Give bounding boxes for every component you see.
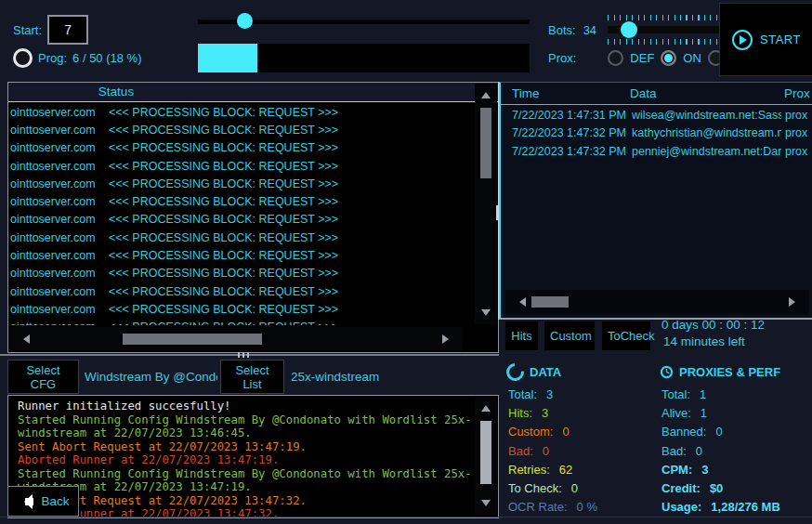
tab-hits[interactable]: Hits <box>504 321 539 351</box>
table-row[interactable]: ointtoserver.com<<< PROCESSING BLOCK: RE… <box>9 121 446 138</box>
scrollbar-thumb[interactable] <box>123 334 262 345</box>
time-column-header[interactable]: Time <box>512 86 540 100</box>
bot-status-cell: <<< PROCESSING BLOCK: REQUEST >>> <box>109 267 338 280</box>
bot-status-cell: <<< PROCESSING BLOCK: REQUEST >>> <box>109 231 338 244</box>
stat-value: 0 <box>543 444 549 458</box>
prox-column-header[interactable]: Prox <box>784 86 810 100</box>
elapsed-time: 0 days 00 : 00 : 12 <box>661 318 765 332</box>
bot-status-cell: <<< PROCESSING BLOCK: REQUEST >>> <box>109 106 338 119</box>
table-row[interactable]: ointtoserver.com<<< PROCESSING BLOCK: RE… <box>9 139 446 157</box>
bot-source-cell: ointtoserver.com <box>10 106 100 119</box>
log-vertical-scrollbar[interactable] <box>475 397 497 515</box>
tab-tocheck[interactable]: ToCheck <box>601 321 651 351</box>
scroll-up-icon[interactable] <box>481 87 491 98</box>
bot-source-cell: ointtoserver.com <box>10 321 100 325</box>
table-row[interactable]: 7/22/2023 1:47:32 PMpenniej@windstream.n… <box>501 143 812 161</box>
data-stats-title-row: DATA <box>506 363 660 380</box>
stat-value: $0 <box>710 481 723 495</box>
table-row[interactable]: 7/22/2023 1:47:32 PMkathychristian@winds… <box>501 124 812 142</box>
scroll-down-icon[interactable] <box>481 500 491 511</box>
status-vertical-scrollbar[interactable] <box>475 84 497 324</box>
bot-status-cell: <<< PROCESSING BLOCK: REQUEST >>> <box>109 213 338 226</box>
hits-table-header: Time Data Prox <box>501 83 812 105</box>
bot-source-cell: ointtoserver.com <box>10 124 100 137</box>
stat-value: 62 <box>559 463 572 477</box>
stat-label: Alive: <box>661 406 691 420</box>
scroll-right-icon[interactable] <box>789 297 800 307</box>
back-button[interactable]: Back <box>7 486 79 517</box>
table-row[interactable]: ointtoserver.com<<< PROCESSING BLOCK: RE… <box>9 175 446 192</box>
table-row[interactable]: ointtoserver.com<<< PROCESSING BLOCK: RE… <box>9 229 446 246</box>
bots-slider-ticks-bottom <box>608 39 728 45</box>
start-slider-thumb[interactable] <box>237 13 253 29</box>
tab-custom[interactable]: Custom <box>544 321 596 351</box>
hit-prox-cell: prox <box>785 126 812 139</box>
stat-value: 0 <box>562 425 569 439</box>
runner-window: Start: Prog: 6 / 50 (18 %) Bots: 34 Prox… <box>0 0 812 524</box>
bot-status-cell: <<< PROCESSING BLOCK: REQUEST >>> <box>109 195 338 208</box>
data-stats-rows: Total:3Hits:3Custom:0Bad:0Retries:62To C… <box>506 385 660 517</box>
bot-source-cell: ointtoserver.com <box>10 213 100 226</box>
bots-slider-thumb[interactable] <box>621 21 637 38</box>
data-stats-section: DATA Total:3Hits:3Custom:0Bad:0Retries:6… <box>506 363 660 517</box>
stat-row: OCR Rate:0 % <box>508 498 660 517</box>
start-button[interactable]: START <box>719 3 812 76</box>
bots-value: 34 <box>583 23 596 37</box>
status-horizontal-scrollbar[interactable] <box>9 327 463 351</box>
start-input[interactable] <box>47 15 88 45</box>
scrollbar-thumb[interactable] <box>480 108 491 178</box>
progress-radio[interactable] <box>13 48 33 68</box>
table-row[interactable]: ointtoserver.com<<< PROCESSING BLOCK: RE… <box>9 157 446 175</box>
hits-horizontal-scrollbar[interactable] <box>505 290 809 314</box>
table-row[interactable]: ointtoserver.com<<< PROCESSING BLOCK: RE… <box>9 246 446 264</box>
scroll-left-icon[interactable] <box>515 297 526 307</box>
vertical-splitter-grip-icon[interactable] <box>496 205 498 220</box>
log-line: windstream at 22/07/2023 13:47:19. <box>18 480 470 494</box>
select-list-button[interactable]: Select List <box>220 360 284 394</box>
start-slider[interactable] <box>198 13 530 30</box>
scroll-left-icon[interactable] <box>19 334 30 344</box>
table-row[interactable]: ointtoserver.com<<< PROCESSING BLOCK: RE… <box>9 211 446 229</box>
progress-bar <box>198 44 530 72</box>
stat-value: 0 <box>715 425 722 439</box>
proxy-stats-title-row: PROXIES & PERF <box>660 363 812 380</box>
table-row[interactable]: ointtoserver.com<<< PROCESSING BLOCK: RE… <box>9 192 446 210</box>
proxy-stats-section: PROXIES & PERF Total:1Alive:1Banned:0Bad… <box>660 363 812 517</box>
table-row[interactable]: ointtoserver.com<<< PROCESSING BLOCK: RE… <box>9 319 446 325</box>
stat-label: Total: <box>508 387 537 401</box>
scrollbar-thumb[interactable] <box>531 296 569 308</box>
table-row[interactable]: ointtoserver.com<<< PROCESSING BLOCK: RE… <box>9 265 446 282</box>
bots-slider[interactable] <box>608 15 728 45</box>
progress-group: Prog: 6 / 50 (18 %) <box>13 48 142 68</box>
table-row[interactable]: ointtoserver.com<<< PROCESSING BLOCK: RE… <box>9 300 446 318</box>
prox-radio-on[interactable] <box>661 50 676 66</box>
bot-status-cell: <<< PROCESSING BLOCK: REQUEST >>> <box>109 160 338 173</box>
scrollbar-thumb[interactable] <box>480 421 491 484</box>
scroll-down-icon[interactable] <box>481 309 491 321</box>
splitter-grip-icon[interactable] <box>238 352 251 358</box>
table-row[interactable]: ointtoserver.com<<< PROCESSING BLOCK: RE… <box>9 103 446 121</box>
stat-label: Hits: <box>508 406 532 420</box>
prox-radio-def[interactable] <box>608 50 623 66</box>
scroll-up-icon[interactable] <box>481 400 491 412</box>
stat-value: 3 <box>701 463 708 477</box>
runner-log[interactable]: Runner initialized succesfully!Started R… <box>7 395 499 518</box>
stat-row: Retries:62 <box>508 460 660 478</box>
status-column-header[interactable]: Status <box>8 85 224 98</box>
log-line: Started Running Config Windstream By @Co… <box>18 413 470 427</box>
bot-status-cell: <<< PROCESSING BLOCK: REQUEST >>> <box>109 285 338 298</box>
stat-row: Banned:0 <box>661 423 812 441</box>
refresh-ring-icon <box>503 360 528 385</box>
bot-source-cell: ointtoserver.com <box>10 160 100 173</box>
table-row[interactable]: ointtoserver.com<<< PROCESSING BLOCK: RE… <box>9 282 446 300</box>
scroll-right-icon[interactable] <box>442 334 453 344</box>
stat-value: 0 <box>696 444 702 458</box>
select-cfg-button[interactable]: Select CFG <box>7 360 79 394</box>
table-row[interactable]: 7/22/2023 1:47:31 PMwilsea@windstream.ne… <box>501 107 812 124</box>
bot-source-cell: ointtoserver.com <box>10 231 100 244</box>
data-column-header[interactable]: Data <box>630 86 657 100</box>
hit-data-cell: penniej@windstream.net:Darby <box>632 145 781 158</box>
status-table-header: Status <box>8 83 498 102</box>
stat-label: Credit: <box>661 481 701 495</box>
stat-label: Banned: <box>661 425 706 439</box>
